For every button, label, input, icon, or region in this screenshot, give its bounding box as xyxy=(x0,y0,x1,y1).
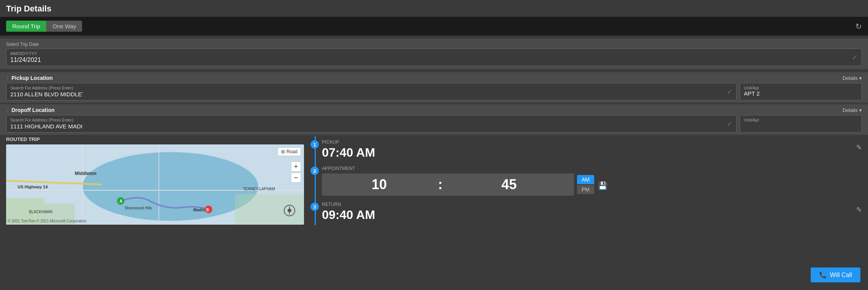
map-container: US Highway 14 Middleton Madison Shorewoo… xyxy=(6,144,304,225)
pickup-details-chevron-icon: ▾ xyxy=(859,75,862,81)
dropoff-apt-wrapper: Unit/Apt xyxy=(740,115,862,133)
pickup-details-link[interactable]: Details ▾ xyxy=(842,75,862,81)
time-colon: : xyxy=(436,173,444,196)
will-call-button[interactable]: 📞 Will Call xyxy=(811,267,860,282)
am-button[interactable]: AM xyxy=(577,175,594,184)
time-picker-row: : AM PM 💾 xyxy=(322,173,862,196)
dropoff-address-placeholder: Search For Address (Press Enter) xyxy=(10,118,83,122)
svg-text:A: A xyxy=(120,199,122,203)
pm-button[interactable]: PM xyxy=(577,185,594,194)
return-schedule-content: RETURN 09:40 AM xyxy=(322,202,856,222)
pickup-schedule-content: PICKUP 07:40 AM xyxy=(322,139,856,160)
pickup-schedule-row: 1 PICKUP 07:40 AM ✎ xyxy=(315,136,862,163)
dropoff-apt-input[interactable] xyxy=(744,122,858,129)
dropoff-details-link[interactable]: Details ▾ xyxy=(842,107,862,113)
return-schedule-label: RETURN xyxy=(322,202,856,207)
will-call-label: Will Call xyxy=(830,272,852,279)
appointment-row: 2 APPOINTMENT : AM PM 💾 xyxy=(315,163,862,199)
routed-trip-label: ROUTED TRIP xyxy=(6,136,304,142)
pickup-location-header: ↑ Pickup Location Details ▾ xyxy=(6,75,862,81)
refresh-button[interactable]: ↻ xyxy=(855,22,862,31)
svg-rect-9 xyxy=(235,194,304,225)
pickup-apt-wrapper: Unit/Apt xyxy=(740,83,862,100)
pickup-title-text: Pickup Location xyxy=(11,75,53,81)
dropoff-title: ↓ Dropoff Location xyxy=(6,107,55,113)
dropoff-location-section: ↓ Dropoff Location Details ▾ Search For … xyxy=(0,104,868,135)
trip-date-label: Select Trip Date xyxy=(6,42,862,47)
map-zoom-in-button[interactable]: + xyxy=(291,162,301,172)
svg-text:TENNEY-LAPHAM: TENNEY-LAPHAM xyxy=(243,187,275,191)
trip-date-section: Select Trip Date MM/DD/YYYY ✓ xyxy=(0,39,868,69)
map-road-button[interactable]: ⊞ Road xyxy=(278,147,301,156)
pickup-address-placeholder: Search For Address (Press Enter) xyxy=(10,86,83,90)
pickup-apt-input[interactable] xyxy=(744,90,858,97)
pickup-location-section: ↑ Pickup Location Details ▾ Search For A… xyxy=(0,72,868,103)
pickup-arrow-icon: ↑ xyxy=(6,75,9,81)
step-2-circle: 2 xyxy=(310,167,319,175)
ampm-group: AM PM xyxy=(577,175,594,194)
svg-text:B: B xyxy=(206,208,209,212)
pickup-check-icon: ✓ xyxy=(727,87,732,96)
date-input-wrapper: MM/DD/YYYY ✓ xyxy=(6,49,862,66)
phone-icon: 📞 xyxy=(819,271,827,279)
pickup-schedule-time: 07:40 AM xyxy=(322,146,856,160)
trip-type-buttons: Round Trip One Way xyxy=(6,21,82,32)
svg-point-1 xyxy=(82,152,258,221)
pickup-schedule-label: PICKUP xyxy=(322,139,856,145)
svg-text:BLACKHAWK: BLACKHAWK xyxy=(29,210,53,214)
pickup-edit-button[interactable]: ✎ xyxy=(856,143,862,152)
appointment-content: APPOINTMENT : AM PM 💾 xyxy=(322,166,862,196)
road-icon: ⊞ xyxy=(281,149,285,154)
main-content: ROUTED TRIP xyxy=(0,136,868,225)
dropoff-apt-label: Unit/Apt xyxy=(744,118,858,122)
svg-text:Middleton: Middleton xyxy=(75,171,97,176)
map-copyright: © 2021 TomTom © 2021 Microsoft Corporati… xyxy=(8,219,86,223)
pickup-inputs: Search For Address (Press Enter) ✓ Unit/… xyxy=(6,83,862,100)
date-input[interactable] xyxy=(10,57,87,63)
one-way-button[interactable]: One Way xyxy=(46,21,82,32)
dropoff-title-text: Dropoff Location xyxy=(11,107,55,113)
routed-trip-section: ROUTED TRIP xyxy=(6,136,304,225)
dropoff-location-header: ↓ Dropoff Location Details ▾ xyxy=(6,107,862,113)
pickup-address-wrapper: Search For Address (Press Enter) ✓ xyxy=(6,83,737,100)
schedule-section: 1 PICKUP 07:40 AM ✎ 2 APPOINTMENT : AM P… xyxy=(312,136,862,225)
svg-text:US Highway 14: US Highway 14 xyxy=(18,185,48,189)
svg-text:Shorewood Hills: Shorewood Hills xyxy=(124,206,152,210)
pickup-apt-label: Unit/Apt xyxy=(744,86,858,90)
appointment-minutes-input[interactable] xyxy=(444,173,574,196)
step-3-circle: 3 xyxy=(310,203,319,211)
appointment-hours-input[interactable] xyxy=(322,173,436,196)
dropoff-address-wrapper: Search For Address (Press Enter) ✓ xyxy=(6,115,737,133)
pickup-address-input[interactable] xyxy=(10,91,83,97)
svg-point-21 xyxy=(288,209,291,212)
step-1-circle: 1 xyxy=(310,140,319,149)
dropoff-check-icon: ✓ xyxy=(727,120,732,128)
round-trip-button[interactable]: Round Trip xyxy=(6,21,46,32)
appointment-label: APPOINTMENT xyxy=(322,166,862,171)
pickup-title: ↑ Pickup Location xyxy=(6,75,53,81)
date-placeholder: MM/DD/YYYY xyxy=(10,51,87,56)
dropoff-inputs: Search For Address (Press Enter) ✓ Unit/… xyxy=(6,115,862,133)
dropoff-details-chevron-icon: ▾ xyxy=(859,107,862,113)
top-bar: Round Trip One Way ↻ xyxy=(0,17,868,36)
return-edit-button[interactable]: ✎ xyxy=(856,206,862,214)
map-zoom-out-button[interactable]: − xyxy=(291,173,301,183)
return-schedule-time: 09:40 AM xyxy=(322,208,856,222)
date-check-icon: ✓ xyxy=(852,53,858,62)
return-schedule-row: 3 RETURN 09:40 AM ✎ xyxy=(315,199,862,225)
appointment-save-button[interactable]: 💾 xyxy=(598,181,608,190)
dropoff-arrow-icon: ↓ xyxy=(6,107,9,113)
page-title: Trip Details xyxy=(0,0,868,17)
dropoff-address-input[interactable] xyxy=(10,123,83,130)
